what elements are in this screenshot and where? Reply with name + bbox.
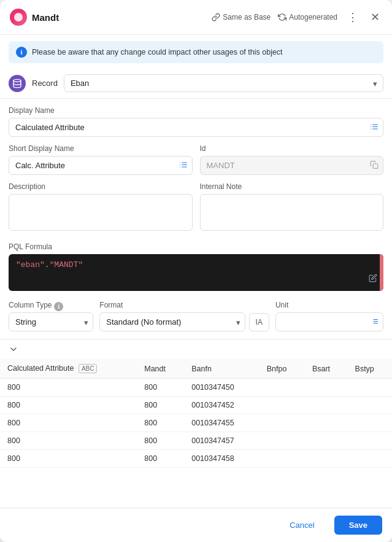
preview-header-row: Calculated Attribute ABC Mandt Banfn Bnf… <box>0 359 392 379</box>
cell-banfn-1: 0010347452 <box>184 397 259 414</box>
record-select[interactable]: Eban <box>64 74 383 92</box>
description-textarea[interactable] <box>9 194 193 231</box>
cell-mandt-0: 800 <box>137 379 184 397</box>
info-icon: i <box>16 47 27 58</box>
pql-editor[interactable]: "eban"."MANDT" <box>9 254 383 291</box>
preview-table-body: 800 800 0010347450 800 800 0010347452 <box>0 379 392 468</box>
cell-bsart-2 <box>305 414 348 432</box>
format-input-row: Standard (No format) Currency Percentage… <box>99 312 269 331</box>
cell-bstyp-2 <box>348 414 392 432</box>
chevron-down-icon <box>9 344 18 354</box>
table-row: 800 800 0010347450 <box>0 379 392 397</box>
col-header-banfn: Banfn <box>184 359 259 379</box>
cell-bsart-0 <box>305 379 348 397</box>
close-button[interactable]: ✕ <box>368 9 382 25</box>
cell-bnfpo-3 <box>259 432 305 450</box>
column-format-section: Column Type i String Number Boolean Date… <box>0 298 392 339</box>
cell-bnfpo-1 <box>259 397 305 414</box>
display-name-input[interactable] <box>9 118 383 137</box>
pql-error-bar <box>380 254 383 291</box>
cell-bnfpo-0 <box>259 379 305 397</box>
cell-calc-1: 800 <box>0 397 137 414</box>
same-as-base-label: Same as Base <box>223 13 271 21</box>
cell-banfn-0: 0010347450 <box>184 379 259 397</box>
cell-bstyp-0 <box>348 379 392 397</box>
table-row: 800 800 0010347455 <box>0 414 392 432</box>
cell-bsart-4 <box>305 450 348 468</box>
cell-mandt-3: 800 <box>137 432 184 450</box>
format-select[interactable]: Standard (No format) Currency Percentage <box>99 312 245 331</box>
more-options-button[interactable]: ⋮ <box>345 10 361 24</box>
save-button[interactable]: Save <box>334 516 382 535</box>
col-header-calculated-attribute: Calculated Attribute ABC <box>0 359 137 379</box>
id-col: Id <box>200 144 384 175</box>
pql-formula-text: "eban"."MANDT" <box>16 260 83 269</box>
col-header-mandt: Mandt <box>137 359 184 379</box>
autogenerated-link[interactable]: Autogenerated <box>278 13 337 21</box>
pql-label: PQL Formula <box>9 242 383 251</box>
same-as-base-link[interactable]: Same as Base <box>212 13 271 21</box>
cell-bnfpo-2 <box>259 414 305 432</box>
format-icon-button[interactable]: IA <box>249 313 269 331</box>
column-type-label: Column Type <box>9 301 52 309</box>
cell-calc-4: 800 <box>0 450 137 468</box>
column-type-info-icon: i <box>54 302 63 311</box>
cell-bsart-1 <box>305 397 348 414</box>
modal-title: Mandt <box>32 12 207 23</box>
cell-calc-0: 800 <box>0 379 137 397</box>
record-row: Record Eban ▾ <box>0 69 392 98</box>
svg-rect-13 <box>373 163 378 168</box>
short-display-name-label: Short Display Name <box>9 144 193 153</box>
modal-header: Mandt Same as Base Autogenerated ⋮ ✕ <box>0 0 392 35</box>
cell-mandt-1: 800 <box>137 397 184 414</box>
pql-edit-icon[interactable] <box>369 274 377 285</box>
pql-section: PQL Formula "eban"."MANDT" <box>0 240 392 298</box>
id-copy-icon[interactable] <box>370 160 379 171</box>
id-label: Id <box>200 144 384 153</box>
id-input[interactable] <box>200 156 384 175</box>
banner-text: Please be aware that any change could im… <box>32 48 283 56</box>
short-id-section: Short Display Name Id <box>0 144 392 182</box>
column-type-select-wrapper: String Number Boolean Date ▾ <box>9 312 93 331</box>
table-row: 800 800 0010347458 <box>0 450 392 468</box>
cell-calc-3: 800 <box>0 432 137 450</box>
record-select-wrapper: Eban ▾ <box>64 74 383 92</box>
cell-mandt-4: 800 <box>137 450 184 468</box>
modal-container: Mandt Same as Base Autogenerated ⋮ ✕ <box>0 0 392 542</box>
link-icon <box>212 13 220 21</box>
modal-footer: Cancel Save <box>0 508 392 542</box>
record-icon <box>9 75 26 92</box>
column-type-label-row: Column Type i <box>9 301 93 312</box>
format-col: Format Standard (No format) Currency Per… <box>99 301 269 331</box>
unit-col: Unit <box>275 301 383 331</box>
svg-point-0 <box>13 79 21 82</box>
cell-bnfpo-4 <box>259 450 305 468</box>
unit-input[interactable] <box>275 312 383 331</box>
desc-note-row: Description Internal Note <box>9 182 383 233</box>
col-header-bstyp: Bstyp <box>348 359 392 379</box>
cell-bstyp-3 <box>348 432 392 450</box>
col-header-bnfpo: Bnfpo <box>259 359 305 379</box>
display-name-input-wrapper <box>9 118 383 137</box>
desc-note-section: Description Internal Note <box>0 182 392 240</box>
short-id-row: Short Display Name Id <box>9 144 383 175</box>
short-display-name-col: Short Display Name <box>9 144 193 175</box>
display-name-section: Display Name <box>0 99 392 144</box>
unit-icon <box>371 317 379 327</box>
cell-banfn-4: 0010347458 <box>184 450 259 468</box>
format-select-wrapper: Standard (No format) Currency Percentage… <box>99 312 245 331</box>
unit-label: Unit <box>275 301 383 309</box>
internal-note-textarea[interactable] <box>200 194 384 231</box>
info-banner: i Please be aware that any change could … <box>9 41 383 63</box>
id-input-wrapper <box>200 156 384 175</box>
cell-calc-2: 800 <box>0 414 137 432</box>
cancel-button[interactable]: Cancel <box>276 516 328 535</box>
preview-collapse-button[interactable] <box>0 339 392 359</box>
column-format-row: Column Type i String Number Boolean Date… <box>9 301 383 331</box>
short-display-name-input[interactable] <box>9 156 193 175</box>
column-type-col: Column Type i String Number Boolean Date… <box>9 301 93 331</box>
app-icon <box>10 9 27 26</box>
preview-table: Calculated Attribute ABC Mandt Banfn Bnf… <box>0 359 392 468</box>
column-type-select[interactable]: String Number Boolean Date <box>9 312 93 331</box>
short-display-name-icon <box>179 160 188 171</box>
